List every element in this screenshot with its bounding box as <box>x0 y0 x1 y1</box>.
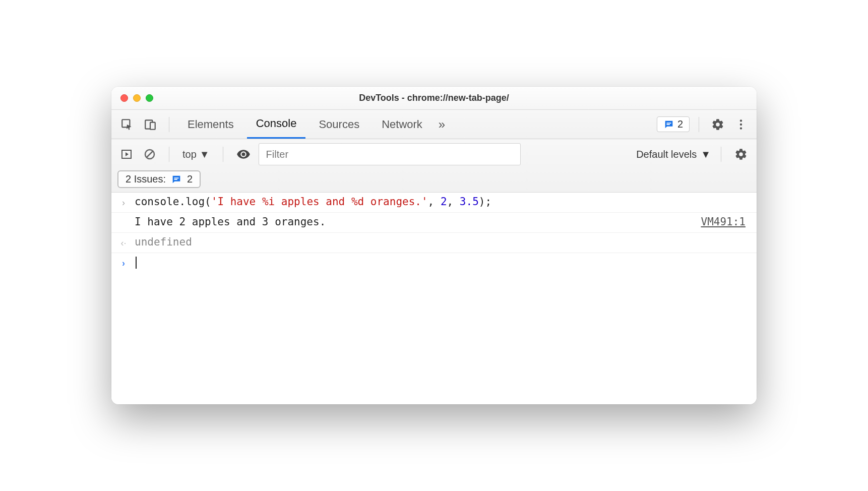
filter-input[interactable] <box>259 143 521 165</box>
source-link[interactable]: VM491:1 <box>701 216 750 228</box>
svg-point-7 <box>740 127 742 129</box>
context-selector[interactable]: top ▼ <box>179 149 213 160</box>
context-label: top <box>182 149 197 160</box>
prompt-chevron-icon: › <box>118 256 129 269</box>
more-tabs-icon[interactable]: » <box>436 117 448 132</box>
kebab-menu-icon[interactable] <box>731 118 751 131</box>
tok-close: ); <box>479 196 491 208</box>
svg-line-10 <box>147 151 153 157</box>
divider <box>699 117 699 132</box>
console-prompt-row[interactable]: › <box>111 253 757 273</box>
issues-chip[interactable]: 2 Issues: 2 <box>117 170 201 188</box>
devtools-window: DevTools - chrome://new-tab-page/ Elemen… <box>111 87 757 404</box>
svg-point-5 <box>740 119 742 121</box>
divider <box>721 147 721 162</box>
console-output-row: I have 2 apples and 3 oranges. VM491:1 <box>111 213 757 233</box>
titlebar: DevTools - chrome://new-tab-page/ <box>111 87 757 110</box>
dropdown-icon: ▼ <box>701 149 711 160</box>
divider <box>169 117 169 132</box>
svg-rect-12 <box>174 179 177 180</box>
svg-rect-2 <box>150 122 155 129</box>
sidebar-toggle-icon[interactable] <box>117 148 136 160</box>
settings-icon[interactable] <box>708 118 727 131</box>
message-icon <box>171 174 182 185</box>
tab-elements[interactable]: Elements <box>178 110 243 139</box>
return-chevron-icon: ‹· <box>118 236 129 249</box>
tok-method: console.log <box>135 196 205 208</box>
issues-badge[interactable]: 2 <box>657 116 690 132</box>
levels-label: Default levels <box>636 149 697 160</box>
inspect-element-icon[interactable] <box>117 118 137 131</box>
message-icon <box>663 119 674 130</box>
input-code: console.log('I have %i apples and %d ora… <box>135 196 750 208</box>
log-levels-selector[interactable]: Default levels ▼ <box>636 149 711 160</box>
console-body: › console.log('I have %i apples and %d o… <box>111 193 757 404</box>
live-expression-icon[interactable] <box>233 147 254 161</box>
blank-area <box>111 273 757 404</box>
input-chevron-icon: › <box>118 196 129 208</box>
svg-rect-4 <box>666 124 669 125</box>
tok-string: 'I have %i apples and %d oranges.' <box>211 196 428 208</box>
clear-console-icon[interactable] <box>141 148 159 160</box>
console-input-row: › console.log('I have %i apples and %d o… <box>111 193 757 213</box>
issues-chip-count: 2 <box>187 173 193 185</box>
svg-rect-11 <box>174 177 178 178</box>
device-toggle-icon[interactable] <box>141 118 160 131</box>
return-value: undefined <box>135 236 750 248</box>
console-settings-icon[interactable] <box>731 148 751 161</box>
text-cursor <box>136 257 137 269</box>
issues-count: 2 <box>677 118 683 130</box>
console-return-row: ‹· undefined <box>111 233 757 253</box>
close-window-button[interactable] <box>120 94 128 102</box>
tok-c2: , <box>447 196 460 208</box>
svg-rect-3 <box>666 122 671 124</box>
traffic-lights <box>111 94 153 102</box>
output-gutter <box>118 216 129 218</box>
tab-console[interactable]: Console <box>247 110 306 139</box>
minimize-window-button[interactable] <box>133 94 141 102</box>
tok-arg1: 2 <box>441 196 447 208</box>
tok-arg2: 3.5 <box>460 196 479 208</box>
divider <box>223 147 223 162</box>
tab-sources[interactable]: Sources <box>309 110 368 139</box>
console-toolbar: top ▼ Default levels ▼ 2 Issues: 2 <box>111 139 757 193</box>
tab-network[interactable]: Network <box>373 110 431 139</box>
window-title: DevTools - chrome://new-tab-page/ <box>111 93 757 103</box>
output-text: I have 2 apples and 3 oranges. <box>135 216 695 228</box>
prompt-input[interactable] <box>135 256 750 269</box>
main-tabbar: Elements Console Sources Network » 2 <box>111 110 757 139</box>
issues-chip-label: 2 Issues: <box>126 173 166 185</box>
divider <box>169 147 169 162</box>
tok-c1: , <box>428 196 441 208</box>
tok-open: ( <box>205 196 211 208</box>
svg-point-6 <box>740 123 742 125</box>
zoom-window-button[interactable] <box>146 94 153 102</box>
dropdown-icon: ▼ <box>200 149 210 160</box>
